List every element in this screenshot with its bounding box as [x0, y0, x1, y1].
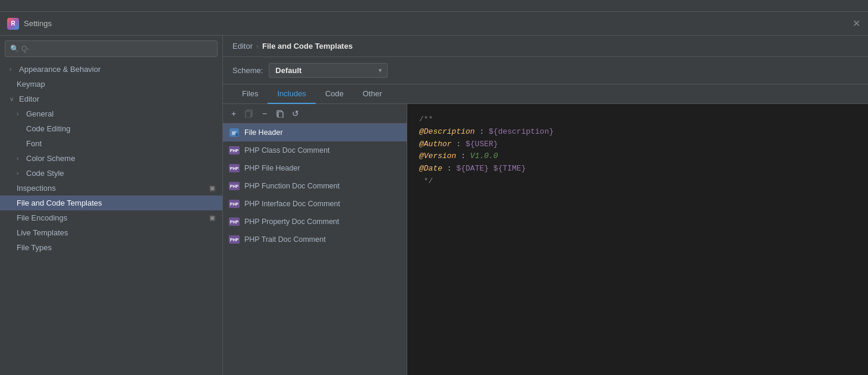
sidebar: 🔍 › Appearance & Behavior Keymap ∨ Edito…: [0, 36, 223, 375]
breadcrumb: Editor › File and Code Templates: [223, 36, 868, 57]
add-template-button[interactable]: +: [227, 106, 241, 121]
nav-tree: › Appearance & Behavior Keymap ∨ Editor …: [0, 62, 222, 375]
tabs-bar: Files Includes Code Other: [223, 84, 868, 104]
chevron-right-icon: ›: [17, 111, 23, 117]
inspections-badge: ▣: [209, 184, 215, 192]
template-item-label: PHP File Header: [244, 164, 300, 172]
sidebar-item-code-style[interactable]: › Code Style: [0, 166, 222, 181]
sidebar-item-label: Keymap: [17, 80, 45, 89]
sidebar-item-live-templates[interactable]: Live Templates: [0, 225, 222, 240]
template-item-label: PHP Class Doc Comment: [244, 146, 330, 155]
template-item-php-property-doc[interactable]: PHP PHP Property Doc Comment: [223, 213, 407, 231]
scheme-row: Scheme: Default Project: [223, 57, 868, 84]
remove-template-button[interactable]: −: [257, 106, 272, 121]
template-list: File Header PHP PHP Class Doc Comment PH…: [223, 124, 407, 375]
sidebar-item-file-encodings[interactable]: File Encodings ▣: [0, 210, 222, 225]
sidebar-item-general[interactable]: › General: [0, 106, 222, 121]
sidebar-item-editor[interactable]: ∨ Editor: [0, 92, 222, 106]
search-box[interactable]: 🔍: [5, 40, 218, 57]
svg-rect-3: [278, 112, 283, 118]
sidebar-item-code-editing[interactable]: Code Editing: [0, 121, 222, 136]
sidebar-item-color-scheme[interactable]: › Color Scheme: [0, 151, 222, 166]
file-header-icon: [229, 127, 240, 138]
breadcrumb-separator: ›: [256, 42, 259, 51]
duplicate-template-button[interactable]: [273, 106, 287, 121]
title-bar: R Settings ✕: [0, 12, 868, 36]
php-trait-doc-icon: PHP: [229, 234, 240, 245]
sidebar-item-label: Live Templates: [17, 228, 68, 237]
template-item-label: PHP Interface Doc Comment: [244, 200, 340, 208]
sidebar-item-file-code-templates[interactable]: File and Code Templates: [0, 196, 222, 210]
right-panel: Editor › File and Code Templates Scheme:…: [223, 36, 868, 375]
reset-template-button[interactable]: ↺: [288, 106, 303, 121]
php-function-doc-icon: PHP: [229, 181, 240, 191]
php-interface-doc-icon: PHP: [229, 198, 240, 209]
top-strip: [0, 0, 868, 12]
template-item-php-class-doc[interactable]: PHP PHP Class Doc Comment: [223, 141, 407, 159]
sidebar-item-label: Code Style: [26, 169, 64, 178]
dialog-title: Settings: [24, 19, 52, 28]
php-file-header-icon: PHP: [229, 163, 240, 174]
sidebar-item-label: General: [26, 109, 54, 118]
template-item-label: PHP Trait Doc Comment: [244, 235, 326, 244]
template-item-php-file-header[interactable]: PHP PHP File Header: [223, 159, 407, 177]
template-area: + −: [223, 104, 868, 375]
sidebar-item-label: File Types: [17, 243, 52, 252]
tab-code[interactable]: Code: [316, 84, 353, 104]
scheme-dropdown[interactable]: Default Project: [269, 63, 388, 78]
tab-files[interactable]: Files: [232, 84, 268, 104]
chevron-right-icon: ›: [17, 170, 23, 177]
code-editor[interactable]: /** @Description : ${description} @Autho…: [407, 104, 868, 375]
template-list-panel: + −: [223, 104, 407, 375]
sidebar-item-file-types[interactable]: File Types: [0, 240, 222, 255]
php-property-doc-icon: PHP: [229, 216, 240, 227]
template-item-label: File Header: [244, 128, 283, 137]
template-item-php-function-doc[interactable]: PHP PHP Function Doc Comment: [223, 177, 407, 195]
sidebar-item-label: Inspections: [17, 184, 56, 193]
sidebar-item-label: Editor: [19, 94, 39, 103]
file-encodings-badge: ▣: [209, 214, 215, 222]
template-item-label: PHP Property Doc Comment: [244, 218, 339, 226]
copy-template-button[interactable]: [242, 106, 256, 121]
sidebar-item-label: File and Code Templates: [17, 198, 102, 207]
tab-other[interactable]: Other: [353, 84, 392, 104]
sidebar-item-keymap[interactable]: Keymap: [0, 77, 222, 92]
search-input[interactable]: [21, 45, 212, 53]
chevron-right-icon: ›: [10, 66, 15, 73]
template-item-php-trait-doc[interactable]: PHP PHP Trait Doc Comment: [223, 231, 407, 248]
template-item-php-interface-doc[interactable]: PHP PHP Interface Doc Comment: [223, 195, 407, 213]
sidebar-item-label: Appearance & Behavior: [19, 65, 100, 74]
sidebar-item-font[interactable]: Font: [0, 136, 222, 151]
template-toolbar: + −: [223, 104, 407, 124]
sidebar-item-label: Color Scheme: [26, 154, 75, 163]
search-icon: 🔍: [10, 45, 19, 53]
close-button[interactable]: ✕: [851, 19, 861, 29]
settings-dialog: R Settings ✕ 🔍 › Appearance & Behavior K…: [0, 12, 868, 375]
breadcrumb-parent: Editor: [232, 42, 253, 51]
sidebar-item-inspections[interactable]: Inspections ▣: [0, 181, 222, 196]
template-item-label: PHP Function Doc Comment: [244, 182, 339, 190]
sidebar-item-label: Code Editing: [26, 124, 70, 133]
template-item-file-header[interactable]: File Header: [223, 124, 407, 141]
chevron-down-icon: ∨: [10, 96, 15, 102]
title-bar-left: R Settings: [7, 18, 52, 30]
chevron-right-icon: ›: [17, 155, 23, 162]
sidebar-item-label: Font: [26, 139, 42, 148]
scheme-label: Scheme:: [232, 66, 263, 75]
scheme-select-wrapper[interactable]: Default Project: [269, 63, 388, 78]
main-content: 🔍 › Appearance & Behavior Keymap ∨ Edito…: [0, 36, 868, 375]
tab-includes[interactable]: Includes: [268, 84, 315, 104]
breadcrumb-current: File and Code Templates: [262, 42, 353, 51]
php-class-doc-icon: PHP: [229, 145, 240, 156]
app-logo: R: [7, 18, 19, 30]
sidebar-item-appearance[interactable]: › Appearance & Behavior: [0, 62, 222, 77]
svg-rect-1: [246, 111, 251, 118]
sidebar-item-label: File Encodings: [17, 213, 67, 222]
